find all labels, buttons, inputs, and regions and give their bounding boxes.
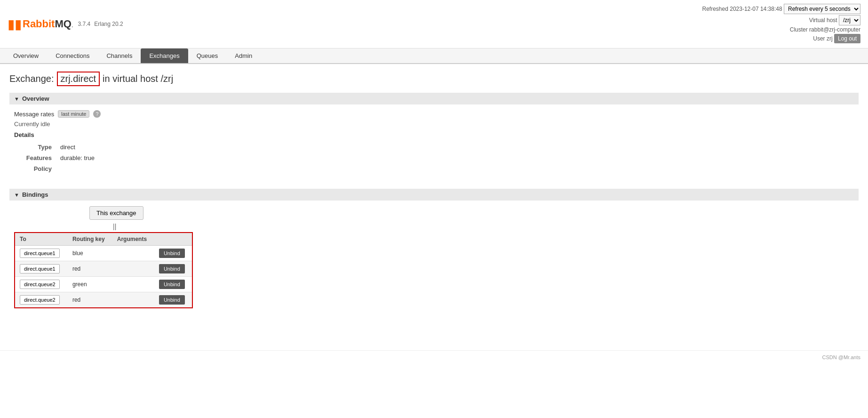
unbind-button[interactable]: Unbind	[159, 280, 185, 289]
nav-connections[interactable]: Connections	[47, 48, 98, 63]
binding-routing-key: green	[68, 277, 112, 292]
pipe-line: ||	[14, 223, 854, 230]
policy-label: Policy	[20, 164, 57, 174]
last-minute-badge: last minute	[58, 110, 89, 118]
binding-arguments	[112, 277, 154, 292]
vhost-row: Virtual host /zrj	[702, 15, 860, 25]
binding-to: direct.queue1	[15, 261, 68, 277]
logo: ▮▮ RabbitMQ.	[8, 16, 73, 32]
binding-to: direct.queue1	[15, 246, 68, 261]
user-label: User	[813, 35, 825, 42]
nav-channels[interactable]: Channels	[98, 48, 141, 63]
footer-text: CSDN @Mr.ants	[822, 354, 860, 360]
col-routing-key: Routing key	[68, 233, 112, 246]
binding-unbind-cell: Unbind	[154, 292, 192, 308]
details-table: Type direct Features durable: true Polic…	[19, 141, 97, 175]
exchange-prefix: Exchange:	[9, 73, 54, 84]
type-value: direct	[58, 142, 96, 152]
queue-button[interactable]: direct.queue1	[20, 249, 60, 258]
bindings-table: To Routing key Arguments direct.queue1bl…	[15, 233, 192, 307]
col-action	[154, 233, 192, 246]
overview-arrow: ▼	[14, 96, 19, 102]
logo-icon: ▮▮	[8, 16, 22, 32]
bindings-table-container: To Routing key Arguments direct.queue1bl…	[14, 232, 193, 308]
nav-overview[interactable]: Overview	[5, 48, 47, 63]
binding-arguments	[112, 246, 154, 261]
policy-value	[58, 164, 96, 174]
binding-row: direct.queue2redUnbind	[15, 292, 192, 308]
binding-unbind-cell: Unbind	[154, 261, 192, 277]
top-bar: ▮▮ RabbitMQ. 3.7.4 Erlang 20.2 Refreshed…	[0, 0, 868, 48]
footer: CSDN @Mr.ants	[0, 350, 868, 364]
idle-text: Currently idle	[14, 121, 854, 128]
bindings-header[interactable]: ▼ Bindings	[9, 189, 859, 201]
binding-row: direct.queue2greenUnbind	[15, 277, 192, 292]
logo-area: ▮▮ RabbitMQ. 3.7.4 Erlang 20.2	[8, 16, 123, 32]
col-to: To	[15, 233, 68, 246]
nav-bar: Overview Connections Channels Exchanges …	[0, 48, 868, 64]
binding-arguments	[112, 261, 154, 277]
top-right: Refreshed 2023-12-07 14:38:48 Refresh ev…	[702, 4, 860, 44]
version-info: 3.7.4 Erlang 20.2	[78, 21, 123, 27]
this-exchange-button[interactable]: This exchange	[89, 206, 143, 220]
nav-admin[interactable]: Admin	[226, 48, 261, 63]
exchange-suffix: in virtual host /zrj	[103, 73, 173, 84]
overview-label: Overview	[22, 95, 49, 102]
unbind-button[interactable]: Unbind	[159, 249, 185, 258]
col-arguments: Arguments	[112, 233, 154, 246]
user-value: zrj	[827, 35, 833, 42]
unbind-button[interactable]: Unbind	[159, 264, 185, 273]
nav-queues[interactable]: Queues	[188, 48, 227, 63]
queue-button[interactable]: direct.queue2	[20, 280, 60, 289]
binding-unbind-cell: Unbind	[154, 277, 192, 292]
refresh-row: Refreshed 2023-12-07 14:38:48 Refresh ev…	[702, 4, 860, 14]
user-row: User zrj Log out	[702, 34, 860, 43]
main-content: Exchange: zrj.direct in virtual host /zr…	[0, 64, 868, 331]
bindings-label: Bindings	[22, 191, 48, 198]
policy-row: Policy	[20, 164, 96, 174]
version-number: 3.7.4	[78, 21, 91, 27]
cluster-value: rabbit@zrj-computer	[809, 26, 860, 33]
binding-row: direct.queue1redUnbind	[15, 261, 192, 277]
binding-to: direct.queue2	[15, 277, 68, 292]
overview-section: ▼ Overview Message rates last minute ? C…	[9, 93, 859, 179]
binding-to: direct.queue2	[15, 292, 68, 308]
features-value: durable: true	[58, 153, 96, 163]
nav-exchanges[interactable]: Exchanges	[141, 48, 188, 63]
cluster-label: Cluster	[790, 26, 808, 33]
bindings-tbody: direct.queue1blueUnbinddirect.queue1redU…	[15, 246, 192, 308]
queue-button[interactable]: direct.queue1	[20, 264, 60, 273]
features-label: Features	[20, 153, 57, 163]
binding-unbind-cell: Unbind	[154, 246, 192, 261]
vhost-select[interactable]: /zrj	[839, 15, 860, 25]
binding-row: direct.queue1blueUnbind	[15, 246, 192, 261]
binding-routing-key: red	[68, 261, 112, 277]
features-row: Features durable: true	[20, 153, 96, 163]
overview-header[interactable]: ▼ Overview	[9, 93, 859, 104]
overview-body: Message rates last minute ? Currently id…	[9, 108, 859, 179]
page-title: Exchange: zrj.direct in virtual host /zr…	[9, 72, 859, 86]
queue-button[interactable]: direct.queue2	[20, 295, 60, 305]
refreshed-text: Refreshed 2023-12-07 14:38:48	[702, 6, 782, 12]
type-label: Type	[20, 142, 57, 152]
refresh-select[interactable]: Refresh every 5 seconds	[784, 4, 860, 14]
binding-routing-key: blue	[68, 246, 112, 261]
bindings-section: ▼ Bindings This exchange || To Routing k…	[9, 189, 859, 314]
details-title: Details	[14, 131, 854, 138]
message-rates-label: Message rates	[14, 111, 54, 118]
bindings-arrow: ▼	[14, 192, 19, 198]
logout-button[interactable]: Log out	[834, 34, 860, 43]
bindings-table-header-row: To Routing key Arguments	[15, 233, 192, 246]
vhost-label: Virtual host	[809, 17, 837, 24]
exchange-name: zrj.direct	[57, 72, 100, 86]
message-rates-row: Message rates last minute ?	[14, 110, 854, 118]
help-icon[interactable]: ?	[93, 110, 101, 118]
cluster-row: Cluster rabbit@zrj-computer	[702, 26, 860, 33]
unbind-button[interactable]: Unbind	[159, 295, 185, 305]
binding-routing-key: red	[68, 292, 112, 308]
erlang-version: Erlang 20.2	[94, 21, 123, 27]
type-row: Type direct	[20, 142, 96, 152]
binding-arguments	[112, 292, 154, 308]
logo-text: RabbitMQ.	[23, 18, 73, 30]
bindings-body: This exchange || To Routing key Argument…	[9, 204, 859, 314]
